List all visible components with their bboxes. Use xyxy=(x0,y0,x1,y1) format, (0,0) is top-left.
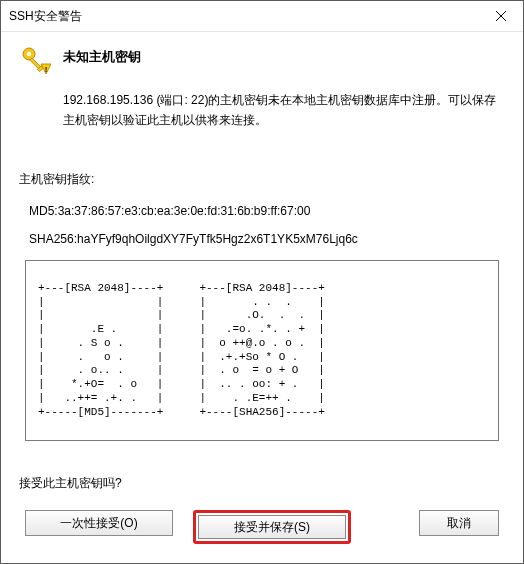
dialog-body: ! 未知主机密钥 192.168.195.136 (端口: 22)的主机密钥未在… xyxy=(1,32,523,563)
cancel-button[interactable]: 取消 xyxy=(419,510,499,536)
close-button[interactable] xyxy=(478,1,523,31)
window-title: SSH安全警告 xyxy=(9,8,82,25)
key-warning-icon: ! xyxy=(19,44,51,76)
svg-text:!: ! xyxy=(45,65,48,74)
heading-text: 未知主机密钥 xyxy=(63,48,141,66)
close-icon xyxy=(496,11,506,21)
accept-prompt: 接受此主机密钥吗? xyxy=(19,475,505,492)
fingerprint-md5: MD5:3a:37:86:57:e3:cb:ea:3e:0e:fd:31:6b:… xyxy=(29,204,505,218)
randomart-md5: +---[RSA 2048]----+ | | | | | .E . | | .… xyxy=(38,282,163,420)
header-row: ! 未知主机密钥 xyxy=(19,44,505,76)
fingerprint-sha256: SHA256:haYFyf9qhOilgdXY7FyTfk5Hgz2x6T1YK… xyxy=(29,232,505,246)
ssh-security-dialog: SSH安全警告 ! 未知主机密钥 192.168.195.136 xyxy=(0,0,524,564)
svg-point-3 xyxy=(27,52,31,56)
randomart-row: +---[RSA 2048]----+ | | | | | .E . | | .… xyxy=(38,271,486,431)
accept-once-button[interactable]: 一次性接受(O) xyxy=(25,510,173,536)
randomart-sha256: +---[RSA 2048]----+ | . . . | | .O. . . … xyxy=(199,282,324,420)
randomart-container: +---[RSA 2048]----+ | | | | | .E . | | .… xyxy=(25,260,499,442)
titlebar: SSH安全警告 xyxy=(1,1,523,32)
fingerprint-label: 主机密钥指纹: xyxy=(19,171,505,188)
warning-text: 192.168.195.136 (端口: 22)的主机密钥未在本地主机密钥数据库… xyxy=(63,90,505,131)
accept-save-highlight: 接受并保存(S) xyxy=(193,510,351,544)
button-row: 一次性接受(O) 接受并保存(S) 取消 xyxy=(19,510,505,546)
accept-save-button[interactable]: 接受并保存(S) xyxy=(198,515,346,539)
